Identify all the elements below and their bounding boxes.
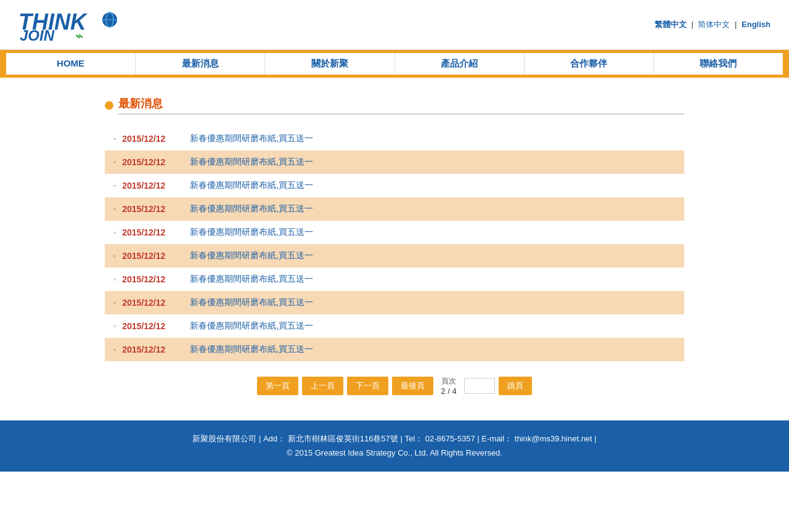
news-date: 2015/12/12 <box>122 298 178 308</box>
first-page-button[interactable]: 第一頁 <box>257 377 298 395</box>
lang-trad-link[interactable]: 繁體中文 <box>655 20 687 29</box>
news-row[interactable]: ◦2015/12/12新春優惠期間研磨布紙,買五送一 <box>105 221 684 244</box>
footer-address-label: Add： <box>263 434 285 443</box>
news-bullet-icon: ◦ <box>113 252 116 260</box>
news-bullet-icon: ◦ <box>113 158 116 166</box>
nav-partners[interactable]: 合作夥伴 <box>525 53 654 75</box>
footer-email-label: E-mail： <box>481 434 512 443</box>
news-title[interactable]: 新春優惠期間研磨布紙,買五送一 <box>190 274 313 285</box>
news-date: 2015/12/12 <box>122 251 178 261</box>
lang-sep-2: | <box>735 20 737 29</box>
news-row[interactable]: ◦2015/12/12新春優惠期間研磨布紙,買五送一 <box>105 314 684 338</box>
news-row[interactable]: ◦2015/12/12新春優惠期間研磨布紙,買五送一 <box>105 244 684 268</box>
nav-products[interactable]: 產品介紹 <box>395 53 525 75</box>
logo-wrapper: THINK JOIN ⌁ <box>18 6 117 43</box>
news-title[interactable]: 新春優惠期間研磨布紙,買五送一 <box>190 133 313 144</box>
logo-svg: THINK JOIN ⌁ <box>18 6 117 43</box>
svg-text:JOIN: JOIN <box>20 27 55 43</box>
last-page-button[interactable]: 最後頁 <box>392 377 433 395</box>
news-bullet-icon: ◦ <box>113 205 116 213</box>
news-date: 2015/12/12 <box>122 157 178 167</box>
news-date: 2015/12/12 <box>122 321 178 331</box>
nav-inner: HOME 最新消息 關於新聚 產品介紹 合作夥伴 聯絡我們 <box>6 53 783 75</box>
nav-contact[interactable]: 聯絡我們 <box>654 53 783 75</box>
page-info: 頁次 2 / 4 <box>441 376 456 396</box>
news-date: 2015/12/12 <box>122 345 178 354</box>
goto-page-button[interactable]: 跳頁 <box>499 377 532 395</box>
news-date: 2015/12/12 <box>122 227 178 237</box>
section-title-row: 最新消息 <box>105 96 684 115</box>
footer-tel: 02-8675-5357 <box>425 434 475 443</box>
news-row[interactable]: ◦2015/12/12新春優惠期間研磨布紙,買五送一 <box>105 291 684 314</box>
news-title[interactable]: 新春優惠期間研磨布紙,買五送一 <box>190 250 313 261</box>
news-date: 2015/12/12 <box>122 204 178 214</box>
header: THINK JOIN ⌁ 繁體中文 | 简体中文 | English <box>0 0 789 50</box>
footer-line1: 新聚股份有限公司 | Add： 新北市樹林區俊英街116巷57號 | Tel： … <box>12 432 777 446</box>
lang-en-link[interactable]: English <box>742 20 771 29</box>
news-title[interactable]: 新春優惠期間研磨布紙,買五送一 <box>190 344 313 355</box>
news-row[interactable]: ◦2015/12/12新春優惠期間研磨布紙,買五送一 <box>105 150 684 174</box>
language-bar: 繁體中文 | 简体中文 | English <box>655 19 771 30</box>
nav-about[interactable]: 關於新聚 <box>265 53 394 75</box>
nav-news[interactable]: 最新消息 <box>136 53 265 75</box>
news-bullet-icon: ◦ <box>113 345 116 354</box>
news-date: 2015/12/12 <box>122 134 178 144</box>
footer-sep4: | <box>594 434 596 443</box>
lang-simp-link[interactable]: 简体中文 <box>698 20 730 29</box>
section-title: 最新消息 <box>118 96 684 115</box>
news-title[interactable]: 新春優惠期間研磨布紙,買五送一 <box>190 180 313 191</box>
news-bullet-icon: ◦ <box>113 134 116 143</box>
footer-email: think@ms39.hinet.net <box>515 434 592 443</box>
bullet-dot <box>105 101 113 110</box>
footer-copyright: © 2015 Greatest Idea Strategy Co., Ltd. … <box>12 446 777 460</box>
next-page-button[interactable]: 下一頁 <box>347 377 388 395</box>
footer-tel-label: Tel： <box>404 434 423 443</box>
pagination: 第一頁 上一頁 下一頁 最後頁 頁次 2 / 4 跳頁 <box>105 376 684 396</box>
news-bullet-icon: ◦ <box>113 228 116 237</box>
news-row[interactable]: ◦2015/12/12新春優惠期間研磨布紙,買五送一 <box>105 338 684 361</box>
footer: 新聚股份有限公司 | Add： 新北市樹林區俊英街116巷57號 | Tel： … <box>0 420 789 472</box>
page-jump-input[interactable] <box>464 378 495 394</box>
news-bullet-icon: ◦ <box>113 275 116 284</box>
news-date: 2015/12/12 <box>122 181 178 190</box>
news-title[interactable]: 新春優惠期間研磨布紙,買五送一 <box>190 321 313 332</box>
news-row[interactable]: ◦2015/12/12新春優惠期間研磨布紙,買五送一 <box>105 127 684 150</box>
news-bullet-icon: ◦ <box>113 322 116 330</box>
news-date: 2015/12/12 <box>122 274 178 284</box>
page-display: 2 / 4 <box>441 387 456 396</box>
news-title[interactable]: 新春優惠期間研磨布紙,買五送一 <box>190 157 313 168</box>
prev-page-button[interactable]: 上一頁 <box>302 377 343 395</box>
news-row[interactable]: ◦2015/12/12新春優惠期間研磨布紙,買五送一 <box>105 174 684 197</box>
navbar: HOME 最新消息 關於新聚 產品介紹 合作夥伴 聯絡我們 <box>0 50 789 78</box>
news-bullet-icon: ◦ <box>113 181 116 190</box>
svg-text:⌁: ⌁ <box>74 28 83 43</box>
footer-address: 新北市樹林區俊英街116巷57號 <box>288 434 398 443</box>
nav-home[interactable]: HOME <box>6 53 136 75</box>
logo-area: THINK JOIN ⌁ <box>18 6 117 43</box>
news-row[interactable]: ◦2015/12/12新春優惠期間研磨布紙,買五送一 <box>105 197 684 221</box>
news-title[interactable]: 新春優惠期間研磨布紙,買五送一 <box>190 297 313 308</box>
news-title[interactable]: 新春優惠期間研磨布紙,買五送一 <box>190 203 313 215</box>
news-bullet-icon: ◦ <box>113 298 116 307</box>
lang-sep-1: | <box>691 20 693 29</box>
footer-sep1: | <box>259 434 263 443</box>
footer-company: 新聚股份有限公司 <box>192 434 256 443</box>
news-title[interactable]: 新春優惠期間研磨布紙,買五送一 <box>190 227 313 238</box>
news-row[interactable]: ◦2015/12/12新春優惠期間研磨布紙,買五送一 <box>105 268 684 291</box>
page-label: 頁次 <box>441 376 456 387</box>
news-list: ◦2015/12/12新春優惠期間研磨布紙,買五送一◦2015/12/12新春優… <box>105 127 684 361</box>
main-content: 最新消息 ◦2015/12/12新春優惠期間研磨布紙,買五送一◦2015/12/… <box>92 96 697 396</box>
